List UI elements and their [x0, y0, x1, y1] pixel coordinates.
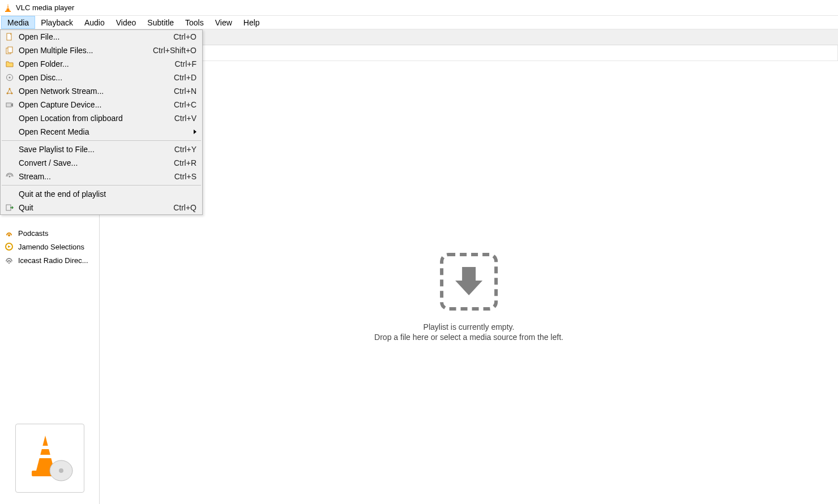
svg-point-20 [9, 77, 11, 79]
svg-rect-1 [7, 6, 9, 6]
menu-item-label: Open Folder... [19, 59, 168, 68]
menu-item-shortcut: Ctrl+S [168, 172, 196, 181]
file-icon [4, 32, 15, 41]
sidebar-item-icecast[interactable]: Icecast Radio Direc... [0, 253, 99, 267]
podcast-icon [5, 229, 14, 238]
capture-icon [4, 100, 15, 109]
menu-open-file[interactable]: Open File... Ctrl+O [1, 30, 202, 44]
svg-rect-27 [6, 205, 11, 210]
svg-rect-3 [5, 11, 11, 12]
menubar: Media Playback Audio Video Subtitle Tool… [0, 16, 838, 29]
menu-item-shortcut: Ctrl+F [168, 59, 197, 68]
menu-help[interactable]: Help [238, 16, 266, 29]
menu-stream[interactable]: Stream... Ctrl+S [1, 170, 202, 183]
menu-video[interactable]: Video [110, 16, 142, 29]
quit-icon [4, 203, 15, 212]
menu-item-shortcut: Ctrl+R [167, 158, 196, 167]
column-headers: Duration Album [100, 45, 838, 61]
menu-quit[interactable]: Quit Ctrl+Q [1, 201, 202, 214]
network-icon [4, 87, 15, 96]
menu-separator [2, 140, 201, 141]
sidebar-item-podcasts[interactable]: Podcasts [0, 226, 99, 240]
playlist-empty-area[interactable]: Playlist is currently empty. Drop a file… [100, 61, 838, 504]
menu-item-shortcut: Ctrl+Y [168, 145, 196, 154]
submenu-arrow-icon [194, 130, 196, 134]
menu-item-shortcut: Ctrl+N [167, 87, 196, 96]
menu-convert-save[interactable]: Convert / Save... Ctrl+R [1, 156, 202, 170]
menu-item-label: Quit [19, 203, 166, 212]
menu-item-shortcut: Ctrl+Shift+O [146, 46, 196, 55]
menu-item-label: Open Capture Device... [19, 100, 167, 109]
svg-point-12 [59, 468, 63, 473]
sidebar-item-jamendo[interactable]: Jamendo Selections [0, 240, 99, 253]
dropzone-icon [438, 251, 499, 312]
menu-subtitle[interactable]: Subtitle [142, 16, 179, 29]
vlc-cone-icon [3, 3, 12, 12]
menu-item-label: Save Playlist to File... [19, 145, 168, 154]
menu-separator [2, 185, 201, 186]
menu-media[interactable]: Media [1, 16, 35, 29]
menu-item-label: Convert / Save... [19, 158, 167, 167]
sidebar-item-label: Podcasts [18, 229, 48, 238]
jamendo-icon [5, 242, 14, 251]
menu-open-location-clipboard[interactable]: Open Location from clipboard Ctrl+V [1, 111, 202, 125]
svg-point-26 [9, 176, 11, 178]
svg-rect-2 [7, 7, 10, 8]
menu-tools[interactable]: Tools [179, 16, 210, 29]
menu-open-folder[interactable]: Open Folder... Ctrl+F [1, 57, 202, 71]
menu-open-capture-device[interactable]: Open Capture Device... Ctrl+C [1, 98, 202, 111]
svg-point-6 [8, 262, 10, 264]
empty-playlist-text-2: Drop a file here or select a media sourc… [374, 333, 563, 342]
playlist-pane: Duration Album Playlist is currently emp… [100, 45, 838, 504]
files-icon [4, 46, 15, 55]
svg-rect-24 [6, 103, 11, 107]
menu-item-label: Open Location from clipboard [19, 114, 168, 123]
menu-item-label: Quit at the end of playlist [19, 189, 190, 199]
sidebar-item-label: Icecast Radio Direc... [18, 256, 88, 265]
folder-icon [4, 59, 15, 68]
svg-rect-9 [39, 455, 53, 458]
menu-audio[interactable]: Audio [79, 16, 110, 29]
menu-item-shortcut: Ctrl+C [167, 100, 196, 109]
menu-item-label: Stream... [19, 172, 168, 181]
menu-item-label: Open Recent Media [19, 127, 189, 136]
menu-view[interactable]: View [210, 16, 238, 29]
menu-open-network-stream[interactable]: Open Network Stream... Ctrl+N [1, 84, 202, 98]
menu-item-label: Open File... [19, 32, 166, 41]
media-menu-dropdown: Open File... Ctrl+O Open Multiple Files.… [0, 29, 203, 215]
menu-open-disc[interactable]: Open Disc... Ctrl+D [1, 71, 202, 84]
menu-item-label: Open Disc... [19, 73, 167, 82]
menu-open-recent-media[interactable]: Open Recent Media [1, 125, 202, 139]
sidebar-item-label: Jamendo Selections [18, 243, 84, 251]
window-title: VLC media player [16, 3, 74, 12]
menu-item-shortcut: Ctrl+V [168, 114, 196, 123]
menu-item-shortcut: Ctrl+D [167, 73, 196, 82]
menu-item-shortcut: Ctrl+Q [166, 203, 196, 212]
menu-item-shortcut: Ctrl+O [166, 32, 196, 41]
svg-marker-0 [6, 4, 10, 11]
menu-item-label: Open Network Stream... [19, 87, 167, 96]
icecast-icon [5, 256, 14, 265]
menu-quit-end-playlist[interactable]: Quit at the end of playlist [1, 187, 202, 201]
titlebar: VLC media player [0, 0, 838, 16]
column-header-album[interactable]: Album [144, 45, 838, 61]
stream-icon [4, 172, 15, 181]
svg-rect-18 [8, 47, 12, 53]
menu-save-playlist[interactable]: Save Playlist to File... Ctrl+Y [1, 143, 202, 156]
menu-item-label: Open Multiple Files... [19, 46, 146, 55]
empty-playlist-text-1: Playlist is currently empty. [374, 322, 563, 331]
svg-marker-14 [455, 267, 482, 295]
album-art-placeholder [15, 424, 84, 493]
svg-point-4 [8, 234, 10, 236]
disc-icon [4, 73, 15, 82]
menu-open-multiple-files[interactable]: Open Multiple Files... Ctrl+Shift+O [1, 44, 202, 57]
svg-rect-8 [41, 446, 51, 449]
menu-playback[interactable]: Playback [35, 16, 79, 29]
